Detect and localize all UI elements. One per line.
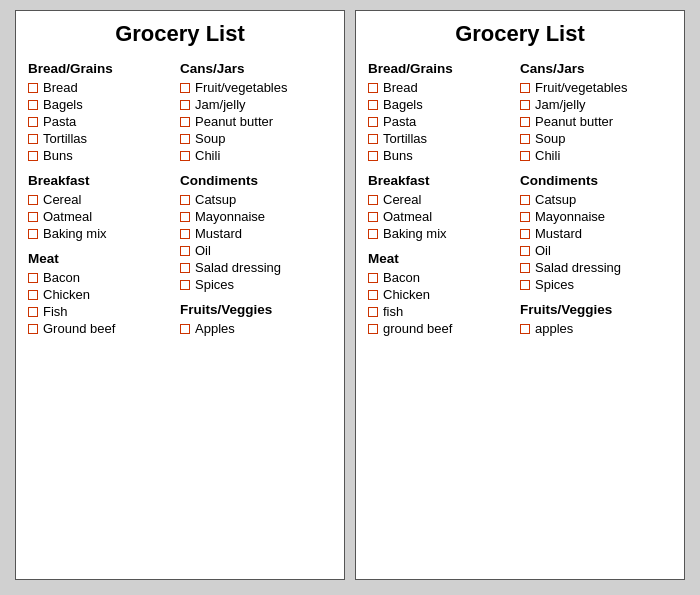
- list-item[interactable]: Bread: [28, 80, 176, 95]
- list-item[interactable]: Pasta: [28, 114, 176, 129]
- list-item[interactable]: Salad dressing: [520, 260, 668, 275]
- checkbox-icon[interactable]: [520, 324, 530, 334]
- list-item[interactable]: Ground beef: [28, 321, 176, 336]
- list-item[interactable]: Soup: [180, 131, 328, 146]
- checkbox-icon[interactable]: [520, 263, 530, 273]
- checkbox-icon[interactable]: [180, 83, 190, 93]
- checkbox-icon[interactable]: [368, 229, 378, 239]
- checkbox-icon[interactable]: [368, 290, 378, 300]
- checkbox-icon[interactable]: [520, 151, 530, 161]
- checkbox-icon[interactable]: [28, 117, 38, 127]
- checkbox-icon[interactable]: [368, 151, 378, 161]
- list-item[interactable]: Mayonnaise: [520, 209, 668, 224]
- list-item[interactable]: Jam/jelly: [520, 97, 668, 112]
- checkbox-icon[interactable]: [28, 229, 38, 239]
- list-item[interactable]: Bread: [368, 80, 516, 95]
- list-item[interactable]: Oil: [520, 243, 668, 258]
- list-item[interactable]: Fish: [28, 304, 176, 319]
- list-item[interactable]: Chicken: [368, 287, 516, 302]
- checkbox-icon[interactable]: [28, 212, 38, 222]
- item-label: Bacon: [43, 270, 80, 285]
- checkbox-icon[interactable]: [520, 229, 530, 239]
- checkbox-icon[interactable]: [520, 117, 530, 127]
- checkbox-icon[interactable]: [180, 151, 190, 161]
- checkbox-icon[interactable]: [28, 324, 38, 334]
- checkbox-icon[interactable]: [28, 307, 38, 317]
- list-item[interactable]: Mustard: [520, 226, 668, 241]
- checkbox-icon[interactable]: [368, 307, 378, 317]
- list-item[interactable]: Oil: [180, 243, 328, 258]
- list-item[interactable]: Tortillas: [368, 131, 516, 146]
- list-item[interactable]: Tortillas: [28, 131, 176, 146]
- checkbox-icon[interactable]: [28, 151, 38, 161]
- card-title: Grocery List: [368, 21, 672, 47]
- checkbox-icon[interactable]: [180, 246, 190, 256]
- checkbox-icon[interactable]: [520, 134, 530, 144]
- section-header: Breakfast: [368, 173, 516, 188]
- list-item[interactable]: Soup: [520, 131, 668, 146]
- checkbox-icon[interactable]: [180, 263, 190, 273]
- checkbox-icon[interactable]: [368, 83, 378, 93]
- list-item[interactable]: Baking mix: [28, 226, 176, 241]
- list-item[interactable]: Oatmeal: [28, 209, 176, 224]
- checkbox-icon[interactable]: [28, 195, 38, 205]
- checkbox-icon[interactable]: [368, 100, 378, 110]
- list-item[interactable]: Bacon: [28, 270, 176, 285]
- list-item[interactable]: Peanut butter: [520, 114, 668, 129]
- list-item[interactable]: Chili: [180, 148, 328, 163]
- checkbox-icon[interactable]: [368, 273, 378, 283]
- list-item[interactable]: Cereal: [368, 192, 516, 207]
- list-item[interactable]: Catsup: [520, 192, 668, 207]
- list-item[interactable]: Cereal: [28, 192, 176, 207]
- list-item[interactable]: Salad dressing: [180, 260, 328, 275]
- list-item[interactable]: fish: [368, 304, 516, 319]
- list-item[interactable]: Mustard: [180, 226, 328, 241]
- checkbox-icon[interactable]: [520, 212, 530, 222]
- checkbox-icon[interactable]: [368, 324, 378, 334]
- checkbox-icon[interactable]: [520, 246, 530, 256]
- list-item[interactable]: Catsup: [180, 192, 328, 207]
- checkbox-icon[interactable]: [368, 134, 378, 144]
- checkbox-icon[interactable]: [180, 100, 190, 110]
- list-item[interactable]: Pasta: [368, 114, 516, 129]
- list-item[interactable]: Spices: [520, 277, 668, 292]
- checkbox-icon[interactable]: [180, 229, 190, 239]
- checkbox-icon[interactable]: [368, 117, 378, 127]
- checkbox-icon[interactable]: [520, 195, 530, 205]
- checkbox-icon[interactable]: [180, 134, 190, 144]
- checkbox-icon[interactable]: [28, 100, 38, 110]
- list-item[interactable]: Bagels: [368, 97, 516, 112]
- checkbox-icon[interactable]: [180, 212, 190, 222]
- item-label: Bacon: [383, 270, 420, 285]
- checkbox-icon[interactable]: [180, 280, 190, 290]
- checkbox-icon[interactable]: [28, 134, 38, 144]
- checkbox-icon[interactable]: [520, 280, 530, 290]
- checkbox-icon[interactable]: [28, 273, 38, 283]
- checkbox-icon[interactable]: [520, 100, 530, 110]
- checkbox-icon[interactable]: [520, 83, 530, 93]
- checkbox-icon[interactable]: [28, 83, 38, 93]
- list-item[interactable]: apples: [520, 321, 668, 336]
- list-item[interactable]: ground beef: [368, 321, 516, 336]
- checkbox-icon[interactable]: [368, 195, 378, 205]
- checkbox-icon[interactable]: [28, 290, 38, 300]
- list-item[interactable]: Baking mix: [368, 226, 516, 241]
- list-item[interactable]: Buns: [368, 148, 516, 163]
- list-item[interactable]: Bacon: [368, 270, 516, 285]
- list-item[interactable]: Chicken: [28, 287, 176, 302]
- checkbox-icon[interactable]: [180, 117, 190, 127]
- list-item[interactable]: Oatmeal: [368, 209, 516, 224]
- list-item[interactable]: Spices: [180, 277, 328, 292]
- list-item[interactable]: Apples: [180, 321, 328, 336]
- list-item[interactable]: Fruit/vegetables: [180, 80, 328, 95]
- list-item[interactable]: Peanut butter: [180, 114, 328, 129]
- list-item[interactable]: Mayonnaise: [180, 209, 328, 224]
- checkbox-icon[interactable]: [368, 212, 378, 222]
- list-item[interactable]: Bagels: [28, 97, 176, 112]
- checkbox-icon[interactable]: [180, 324, 190, 334]
- list-item[interactable]: Jam/jelly: [180, 97, 328, 112]
- list-item[interactable]: Chili: [520, 148, 668, 163]
- list-item[interactable]: Buns: [28, 148, 176, 163]
- checkbox-icon[interactable]: [180, 195, 190, 205]
- list-item[interactable]: Fruit/vegetables: [520, 80, 668, 95]
